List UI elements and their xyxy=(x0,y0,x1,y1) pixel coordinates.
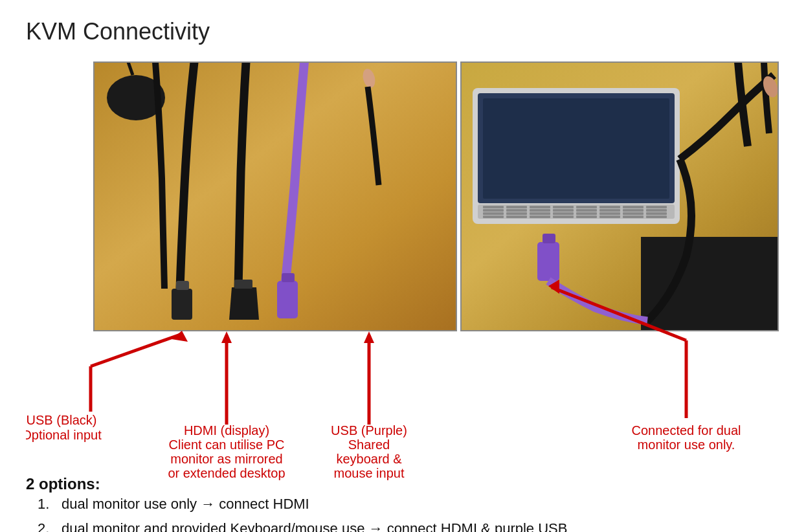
page-title: KVM Connectivity xyxy=(26,18,780,45)
connected-dual-label-line2: monitor use only. xyxy=(638,438,735,452)
hdmi-label-line1: HDMI (display) xyxy=(184,423,269,438)
svg-marker-59 xyxy=(221,331,232,343)
svg-rect-30 xyxy=(553,209,574,212)
svg-rect-36 xyxy=(506,212,527,215)
connected-dual-label-line1: Connected for dual xyxy=(631,423,741,438)
svg-line-56 xyxy=(91,334,182,366)
svg-rect-40 xyxy=(599,212,620,215)
svg-rect-6 xyxy=(172,289,192,320)
usb-purple-label-line1: USB (Purple) xyxy=(331,423,407,438)
svg-rect-22 xyxy=(553,206,574,208)
hdmi-label-line4: or extended desktop xyxy=(168,466,285,480)
hdmi-label-line3: monitor as mirrored xyxy=(170,452,282,466)
usb-black-label-line1: USB (Black) xyxy=(27,413,97,427)
svg-marker-61 xyxy=(364,331,374,343)
svg-rect-33 xyxy=(623,209,644,212)
svg-rect-10 xyxy=(277,281,298,318)
usb-purple-label-line2: Shared xyxy=(348,438,390,452)
usb-purple-label-line3: keyboard & xyxy=(336,452,402,466)
svg-rect-49 xyxy=(623,216,644,218)
svg-rect-23 xyxy=(576,206,597,208)
svg-rect-18 xyxy=(483,98,669,199)
svg-rect-48 xyxy=(599,216,620,218)
svg-rect-27 xyxy=(483,209,504,212)
svg-rect-50 xyxy=(646,216,667,218)
option-2: dual monitor and provided Keyboard/mouse… xyxy=(62,520,567,532)
option-number-2: 2. xyxy=(38,520,49,532)
svg-rect-52 xyxy=(537,242,559,281)
svg-rect-28 xyxy=(506,209,527,212)
svg-rect-9 xyxy=(234,280,252,289)
svg-rect-31 xyxy=(576,209,597,212)
svg-rect-35 xyxy=(483,212,504,215)
svg-rect-26 xyxy=(646,206,667,208)
svg-marker-8 xyxy=(229,287,259,320)
option-number-1: 1. xyxy=(38,496,49,512)
svg-rect-20 xyxy=(506,206,527,208)
svg-rect-34 xyxy=(646,209,667,212)
hdmi-label-line2: Client can utilise PC xyxy=(169,438,285,452)
svg-rect-25 xyxy=(623,206,644,208)
svg-rect-19 xyxy=(483,206,504,208)
usb-purple-label-line4: mouse input xyxy=(334,466,405,480)
svg-rect-7 xyxy=(176,281,189,290)
options-title: 2 options: xyxy=(26,475,100,493)
svg-rect-43 xyxy=(483,216,504,218)
svg-rect-39 xyxy=(576,212,597,215)
main-svg: USB (Black)Optional inputHDMI (display)C… xyxy=(26,56,780,532)
svg-rect-32 xyxy=(599,209,620,212)
svg-rect-38 xyxy=(553,212,574,215)
svg-rect-14 xyxy=(641,237,778,331)
svg-rect-37 xyxy=(530,212,550,215)
svg-rect-42 xyxy=(646,212,667,215)
usb-black-label-line2: Optional input xyxy=(26,428,102,442)
svg-rect-45 xyxy=(530,216,550,218)
svg-rect-46 xyxy=(553,216,574,218)
svg-rect-41 xyxy=(623,212,644,215)
svg-rect-29 xyxy=(530,209,550,212)
option-1: dual monitor use only → connect HDMI xyxy=(62,496,309,512)
svg-rect-11 xyxy=(282,273,295,282)
svg-rect-21 xyxy=(530,206,550,208)
svg-rect-47 xyxy=(576,216,597,218)
svg-rect-53 xyxy=(543,234,555,243)
svg-rect-24 xyxy=(599,206,620,208)
svg-rect-44 xyxy=(506,216,527,218)
